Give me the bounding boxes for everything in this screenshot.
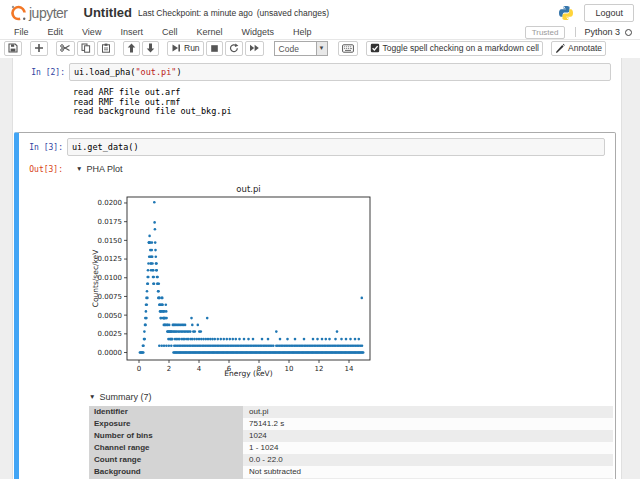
- menu-cell[interactable]: Cell: [162, 27, 178, 37]
- cell-1-output: read ARF file out.arf read RMF file out.…: [13, 81, 621, 126]
- menu-insert[interactable]: Insert: [120, 27, 143, 37]
- paste-icon: [101, 43, 111, 53]
- svg-text:Counts/sec/keV: Counts/sec/keV: [91, 248, 100, 307]
- menu-file[interactable]: File: [14, 27, 29, 37]
- collapse-triangle-icon: ▼: [76, 165, 82, 172]
- command-palette-button[interactable]: [338, 41, 358, 56]
- spellcheck-button-label: Toggle spell checking on a markdown cell: [383, 43, 539, 53]
- copy-cell-button[interactable]: [77, 41, 95, 56]
- menu-kernel[interactable]: Kernel: [196, 27, 222, 37]
- restart-kernel-button[interactable]: [225, 41, 243, 56]
- chevron-down-icon: ▼: [316, 42, 327, 55]
- menubar: File Edit View Insert Cell Kernel Widget…: [0, 25, 640, 40]
- copy-icon: [81, 43, 91, 53]
- trusted-badge[interactable]: Trusted: [525, 26, 566, 39]
- run-cell-button[interactable]: Run: [167, 41, 204, 56]
- restart-icon: [229, 43, 239, 53]
- jupyter-logo-icon: [10, 4, 27, 21]
- table-row: BackgroundNot subtracted: [89, 466, 613, 478]
- checkpoint-status: Last Checkpoint: a minute ago: [138, 8, 253, 18]
- cell-type-select[interactable]: Code ▼: [274, 41, 328, 56]
- svg-text:12: 12: [315, 365, 324, 373]
- kernel-name: Python 3: [584, 27, 620, 37]
- pha-plot-toggle[interactable]: ▼PHA Plot: [67, 164, 615, 174]
- unsaved-changes-status: (unsaved changes): [257, 8, 329, 18]
- code-cell-1: In [2]: ui.load_pha("out.pi") read ARF f…: [13, 61, 621, 126]
- notebook-container: In [2]: ui.load_pha("out.pi") read ARF f…: [12, 58, 622, 479]
- save-button[interactable]: [4, 41, 22, 56]
- svg-text:0.0050: 0.0050: [98, 311, 123, 319]
- collapse-triangle-icon: ▼: [89, 393, 95, 400]
- pha-scatter-plot: 024681012140.00000.00250.00500.00750.010…: [91, 184, 375, 378]
- save-icon: [8, 43, 18, 53]
- pha-figure: 024681012140.00000.00250.00500.00750.010…: [91, 184, 615, 380]
- restart-run-all-button[interactable]: [245, 41, 264, 56]
- python-logo-icon: [558, 5, 574, 21]
- cell-type-value: Code: [275, 42, 316, 55]
- header: jupyter Untitled Last Checkpoint: a minu…: [0, 0, 640, 25]
- toolbar: Run Code ▼ Toggle spell checking on a ma…: [0, 40, 640, 58]
- table-row: Exposure75141.2 s: [89, 418, 613, 430]
- annotate-button-label: Annotate: [568, 43, 602, 53]
- spellcheck-icon: [370, 43, 380, 53]
- code-input-2[interactable]: ui.get_data(): [67, 138, 605, 156]
- menu-widgets[interactable]: Widgets: [241, 27, 274, 37]
- svg-text:14: 14: [345, 365, 354, 373]
- add-cell-icon: [34, 43, 44, 53]
- move-cell-up-button[interactable]: [123, 41, 140, 56]
- code-cell-2-selected[interactable]: In [3]: ui.get_data() Out[3]: ▼PHA Plot …: [14, 132, 616, 479]
- svg-text:0.0000: 0.0000: [98, 348, 123, 356]
- svg-text:10: 10: [285, 365, 294, 373]
- svg-text:2: 2: [167, 365, 171, 373]
- kernel-indicator: Python 3: [575, 27, 632, 37]
- kernel-idle-icon: [625, 29, 632, 36]
- svg-text:Energy (keV): Energy (keV): [224, 369, 272, 378]
- menu-view[interactable]: View: [82, 27, 101, 37]
- svg-text:0.0100: 0.0100: [98, 274, 123, 282]
- table-row: Number of bins1024: [89, 430, 613, 442]
- menu-help[interactable]: Help: [293, 27, 312, 37]
- svg-text:0: 0: [137, 365, 141, 373]
- svg-text:0.0125: 0.0125: [98, 255, 123, 263]
- logout-button[interactable]: Logout: [584, 4, 634, 22]
- annotate-button[interactable]: Annotate: [551, 41, 606, 56]
- output-prompt: Out[3]:: [19, 164, 67, 479]
- run-button-label: Run: [184, 43, 200, 53]
- output-line: read background file out_bkg.pi: [73, 107, 621, 117]
- spellcheck-toggle-button[interactable]: Toggle spell checking on a markdown cell: [366, 41, 543, 56]
- summary-table: Identifierout.pi Exposure75141.2 s Numbe…: [89, 406, 613, 479]
- cut-icon: [60, 43, 71, 53]
- jupyter-logo[interactable]: jupyter: [10, 4, 68, 21]
- run-icon: [171, 43, 181, 53]
- table-row: Channel range1 - 1024: [89, 442, 613, 454]
- cell-2-output: ▼PHA Plot 024681012140.00000.00250.00500…: [67, 164, 615, 479]
- table-row: Identifierout.pi: [89, 406, 613, 418]
- svg-text:0.0150: 0.0150: [98, 236, 123, 244]
- svg-text:0.0075: 0.0075: [98, 292, 123, 300]
- notebook-title[interactable]: Untitled: [84, 5, 132, 20]
- svg-text:out.pi: out.pi: [236, 184, 260, 194]
- pha-plot-label: PHA Plot: [86, 164, 122, 174]
- summary-toggle[interactable]: ▼Summary (7): [89, 392, 615, 402]
- summary-label: Summary (7): [99, 392, 151, 402]
- code-input-1[interactable]: ui.load_pha("out.pi"): [69, 63, 611, 81]
- keyboard-icon: [342, 44, 354, 53]
- cut-cell-button[interactable]: [56, 41, 75, 56]
- notebook-page: In [2]: ui.load_pha("out.pi") read ARF f…: [0, 58, 640, 479]
- move-cell-down-button[interactable]: [142, 41, 159, 56]
- table-row: Count range0.0 - 22.0: [89, 454, 613, 466]
- menu-edit[interactable]: Edit: [48, 27, 64, 37]
- paste-cell-button[interactable]: [97, 41, 115, 56]
- add-cell-button[interactable]: [30, 41, 48, 56]
- svg-text:0.0175: 0.0175: [98, 218, 123, 226]
- input-prompt: In [3]:: [19, 138, 67, 156]
- restart-run-all-icon: [249, 43, 260, 53]
- interrupt-kernel-button[interactable]: [206, 41, 223, 56]
- jupyter-logo-text: jupyter: [29, 5, 68, 21]
- input-prompt: In [2]:: [17, 63, 69, 81]
- svg-text:4: 4: [197, 365, 202, 373]
- stop-icon: [210, 44, 219, 53]
- svg-text:0.0200: 0.0200: [98, 199, 123, 207]
- annotate-pencil-icon: [555, 43, 565, 53]
- svg-text:0.0025: 0.0025: [98, 330, 123, 338]
